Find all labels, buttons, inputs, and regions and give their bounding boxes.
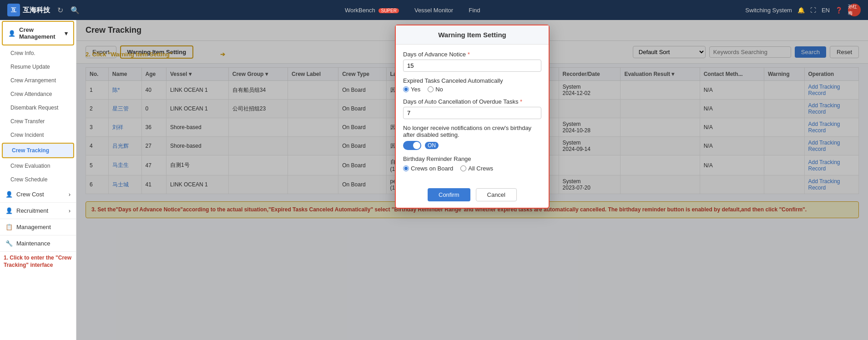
cancel-button[interactable]: Cancel (476, 188, 517, 201)
days-advance-input[interactable] (403, 60, 541, 72)
birthday-toggle[interactable] (403, 141, 421, 150)
nav-tabs: WorkBench SUPER Vessel Monitor Find (338, 4, 488, 16)
sidebar-item-crew-evaluation[interactable]: Crew Evaluation (0, 159, 76, 173)
sidebar-group-crew-management[interactable]: 👤 Crew Management ▾ (2, 21, 74, 45)
sidebar-item-crew-arrangement[interactable]: Crew Arrangement (0, 74, 76, 87)
avatar[interactable]: 孙红梅 (848, 4, 861, 16)
warning-item-setting-modal: Warning Item Setting Days of Advance Not… (395, 25, 550, 209)
nav-icon-back[interactable]: ↻ (57, 6, 63, 15)
lang-select[interactable]: EN (822, 7, 830, 14)
sidebar-item-recruitment[interactable]: 👤 Recruitment › (0, 203, 76, 219)
nav-right: Switching System 🔔 ⛶ EN ❓ 孙红梅 (745, 4, 861, 16)
chevron-down-icon: ▾ (65, 30, 68, 37)
reminder-crews-on-board-radio[interactable] (403, 165, 409, 171)
expired-tasks-label: Expired Tasks Canceled Automatically (403, 77, 541, 84)
step1-annotation: 1. Click to enter the "Crew Tracking" in… (0, 252, 76, 271)
modal-body: Days of Advance Notice * Expired Tasks C… (396, 45, 549, 184)
sidebar-item-management[interactable]: 📋 Management (0, 219, 76, 235)
birthday-reminder-label: Birthday Reminder Range (403, 155, 541, 162)
sidebar-item-crew-tracking[interactable]: Crew Tracking (2, 143, 74, 158)
expired-yes-option[interactable]: Yes (403, 86, 420, 93)
app-body: 👤 Crew Management ▾ Crew Info. Resume Up… (0, 20, 868, 340)
days-auto-cancel-label: Days of Auto Cancellation of Overdue Tas… (403, 98, 541, 105)
help-icon[interactable]: ❓ (835, 7, 843, 14)
top-nav: 互 互海科技 ↻ 🔍 WorkBench SUPER Vessel Monito… (0, 0, 868, 20)
cost-icon: 👤 (5, 191, 13, 198)
logo-text: 互海科技 (23, 6, 50, 15)
required-marker: * (468, 51, 470, 58)
chevron-right-icon2: › (69, 207, 71, 214)
bell-icon[interactable]: 🔔 (797, 7, 805, 14)
birthday-toggle-wrap: ON (403, 141, 541, 150)
days-advance-label: Days of Advance Notice * (403, 51, 541, 58)
sidebar-item-crew-info[interactable]: Crew Info. (0, 46, 76, 60)
recruitment-icon: 👤 (5, 207, 13, 214)
maintenance-label: Maintenance (16, 240, 50, 247)
sidebar-item-resume-update[interactable]: Resume Update (0, 60, 76, 74)
sidebar-item-maintenance[interactable]: 🔧 Maintenance (0, 235, 76, 252)
tab-find[interactable]: Find (461, 4, 487, 16)
birthday-notification-label: No longer receive notifications on crew'… (403, 125, 541, 138)
reminder-crews-on-board-option[interactable]: Crews on Board (403, 165, 453, 172)
confirm-button[interactable]: Confirm (428, 188, 470, 201)
days-auto-cancel-input[interactable] (403, 107, 541, 119)
switching-system[interactable]: Switching System (745, 7, 792, 14)
fullscreen-icon[interactable]: ⛶ (810, 7, 816, 14)
sidebar-item-crew-cost[interactable]: 👤 Crew Cost › (0, 186, 76, 203)
expired-no-option[interactable]: No (428, 86, 443, 93)
expired-no-radio[interactable] (428, 86, 434, 92)
sidebar-item-crew-transfer[interactable]: Crew Transfer (0, 115, 76, 128)
expired-tasks-radio-group: Yes No (403, 86, 541, 93)
crew-management-label: Crew Management (19, 26, 61, 40)
app-logo: 互 互海科技 (7, 4, 50, 16)
toggle-on-label: ON (425, 142, 439, 149)
logo-icon: 互 (7, 4, 20, 16)
sidebar-item-crew-schedule[interactable]: Crew Schedule (0, 173, 76, 186)
modal-header: Warning Item Setting (396, 25, 549, 45)
reminder-all-crews-option[interactable]: All Crews (460, 165, 493, 172)
main-content: Crew Tracking Export Warning Item Settin… (76, 20, 868, 340)
recruitment-label: Recruitment (16, 207, 48, 214)
birthday-reminder-radio-group: Crews on Board All Crews (403, 165, 541, 172)
sidebar-item-disembark-request[interactable]: Disembark Request (0, 101, 76, 115)
modal-footer: Confirm Cancel (396, 184, 549, 208)
required-marker2: * (520, 98, 522, 105)
modal-overlay: Warning Item Setting Days of Advance Not… (76, 20, 868, 340)
management-label: Management (16, 224, 51, 230)
sidebar-item-crew-incident[interactable]: Crew Incident (0, 128, 76, 142)
user-icon: 👤 (8, 30, 15, 37)
modal-title: Warning Item Setting (438, 31, 506, 39)
reminder-all-crews-radio[interactable] (460, 165, 466, 171)
avatar-name: 孙红梅 (848, 4, 861, 16)
expired-yes-radio[interactable] (403, 86, 409, 92)
nav-icon-search[interactable]: 🔍 (71, 6, 80, 15)
tab-workbench[interactable]: WorkBench SUPER (338, 4, 406, 16)
crew-cost-label: Crew Cost (16, 191, 44, 198)
sidebar: 👤 Crew Management ▾ Crew Info. Resume Up… (0, 20, 76, 340)
sidebar-item-crew-attendance[interactable]: Crew Attendance (0, 87, 76, 101)
workbench-badge: SUPER (378, 8, 399, 13)
management-icon: 📋 (5, 224, 13, 230)
maintenance-icon: 🔧 (5, 240, 13, 247)
chevron-right-icon: › (69, 191, 71, 198)
tab-vessel-monitor[interactable]: Vessel Monitor (407, 4, 460, 16)
